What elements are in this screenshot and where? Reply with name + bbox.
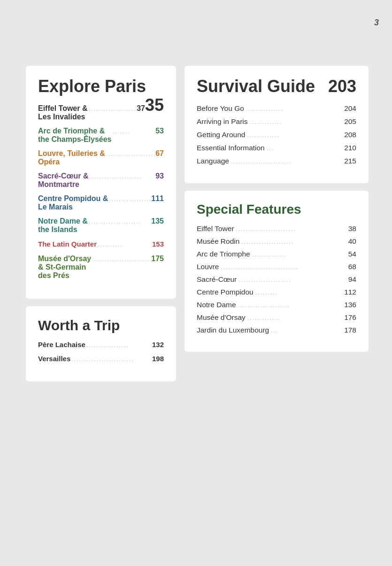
explore-paris-page-ref: 35 [145,96,164,115]
survival-guide-page-ref: 203 [328,77,356,96]
list-item: Centre Pompidou &Le Marais .............… [38,194,164,211]
survival-guide-card: Survival Guide 203 Before You Go .......… [184,66,369,183]
list-item: Centre Pompidou ......... 112 [197,288,356,296]
list-item: Notre Dame &the Islands ................… [38,217,164,234]
list-item: Notre Dame ..................... 136 [197,301,356,309]
main-container: Explore Paris 35 Eiffel Tower &Les Inval… [0,0,392,400]
special-features-title: Special Features [197,202,356,217]
explore-paris-card: Explore Paris 35 Eiffel Tower &Les Inval… [26,66,176,299]
worth-a-trip-card: Worth a Trip Père Lachaise .............… [26,306,176,382]
explore-paris-title: Explore Paris 35 [38,77,164,96]
left-column: Explore Paris 35 Eiffel Tower &Les Inval… [26,66,176,381]
list-item: Eiffel Tower ........................ 38 [197,225,356,233]
page-number: 3 [374,18,379,28]
list-item: Getting Around ............. 208 [197,131,356,139]
survival-guide-title: Survival Guide 203 [197,77,356,96]
list-item: Arriving in Paris ............. 205 [197,117,356,126]
list-item: Essential Information ... 210 [197,144,356,152]
special-features-card: Special Features Eiffel Tower ..........… [184,191,369,352]
list-item: Arc de Triomphe .............. 54 [197,250,356,258]
right-column: Survival Guide 203 Before You Go .......… [184,66,369,381]
list-item: Versailles ......................... 198 [38,354,164,364]
list-item: Louvre, Tuileries &Opéra ...............… [38,149,164,166]
list-item: Louvre ............................... 6… [197,263,356,271]
list-item: Arc de Triomphe &the Champs-Élysées ....… [38,127,164,144]
list-item: Musée Rodin ..................... 40 [197,237,356,246]
list-item: The Latin Quarter .......... 153 [38,240,164,249]
list-item: Musée d'Orsay ............. 176 [197,313,356,322]
list-item: Sacré-Cœur ..................... 94 [197,275,356,284]
worth-a-trip-title: Worth a Trip [38,318,164,333]
list-item: Musée d'Orsay& St-Germaindes Prés ......… [38,255,164,280]
list-item: Language ........................ 215 [197,157,356,165]
list-item: Before You Go ............... 204 [197,104,356,113]
list-item: Sacré-Cœur &Montmartre .................… [38,172,164,189]
list-item: Père Lachaise ................. 132 [38,340,164,349]
list-item: Jardin du Luxembourg ... 178 [197,326,356,334]
